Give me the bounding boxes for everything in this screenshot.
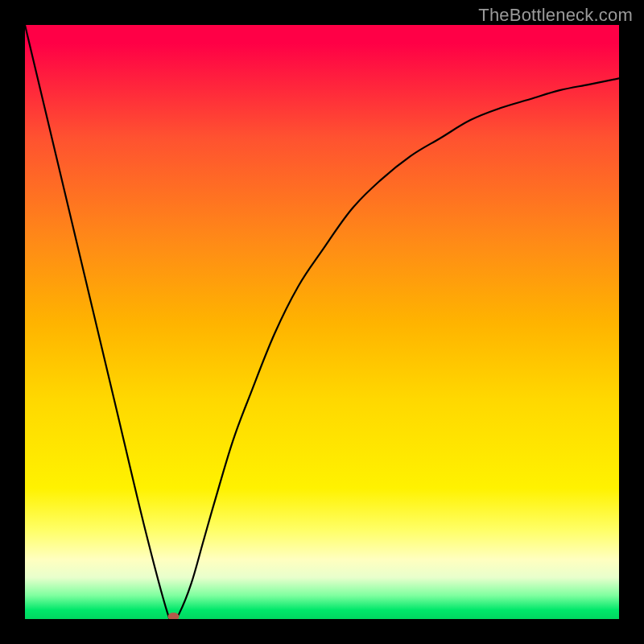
bottleneck-curve-path (25, 25, 619, 619)
chart-frame: TheBottleneck.com (0, 0, 644, 644)
curve-layer (25, 25, 619, 619)
watermark-label: TheBottleneck.com (478, 5, 633, 26)
min-point-marker (168, 613, 180, 619)
plot-area (25, 25, 619, 619)
